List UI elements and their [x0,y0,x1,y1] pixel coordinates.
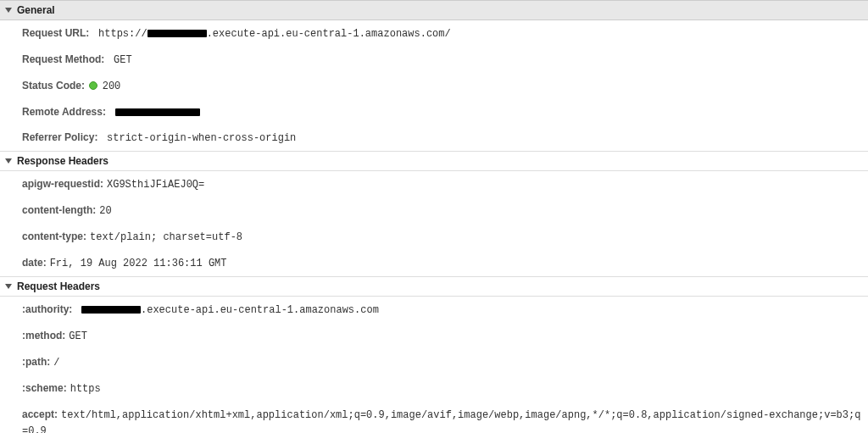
section-title: Response Headers [17,155,108,167]
label-authority: :authority: [22,303,72,315]
section-title: General [17,4,55,16]
value-authority-suffix: .execute-api.eu-central-1.amazonaws.com [141,304,379,316]
row-request-url: Request URL: https://.execute-api.eu-cen… [0,20,868,47]
value-request-url-suffix: .execute-api.eu-central-1.amazonaws.com/ [207,28,451,40]
section-header-response[interactable]: Response Headers [0,151,868,171]
section-title: Request Headers [17,280,100,292]
row-remote-address: Remote Address: [0,99,868,125]
label-status-code: Status Code: [22,80,85,92]
redacted-authority [81,306,141,314]
header-label: date: [22,257,47,269]
header-label: content-type: [22,230,86,242]
status-dot-icon [89,81,97,90]
value-request-url-prefix: https:// [98,28,147,40]
label-request-method: Request Method: [22,53,104,65]
header-value: text/plain; charset=utf-8 [90,231,242,243]
header-label: accept: [22,408,58,420]
header-value: / [53,357,59,369]
label-referrer-policy: Referrer Policy: [22,131,97,143]
row-status-code: Status Code: 200 [0,73,868,99]
header-value: https [70,383,101,395]
header-row: :scheme:https [0,375,868,402]
header-label: :method: [22,330,65,341]
section-header-request[interactable]: Request Headers [0,276,868,297]
redacted-remote-address [115,108,200,116]
row-referrer-policy: Referrer Policy: strict-origin-when-cros… [0,125,868,151]
row-authority: :authority: .execute-api.eu-central-1.am… [0,297,868,323]
value-status-code: 200 [103,80,121,92]
value-request-method: GET [114,54,132,66]
header-value: XG9SthiJFiAEJ0Q= [107,179,204,191]
row-request-method: Request Method: GET [0,47,868,73]
header-label: :path: [22,356,50,368]
section-header-general[interactable]: General [0,0,868,20]
disclosure-icon [5,8,12,13]
header-label: :scheme: [22,382,67,394]
header-value: Fri, 19 Aug 2022 11:36:11 GMT [50,258,227,269]
header-row: content-type:text/plain; charset=utf-8 [0,224,868,250]
header-label: content-length: [22,204,96,216]
disclosure-icon [5,158,12,164]
label-request-url: Request URL: [22,27,89,39]
disclosure-icon [5,284,12,289]
header-row: :method:GET [0,323,868,349]
header-value: 20 [99,205,111,217]
header-row: accept:text/html,application/xhtml+xml,a… [0,402,868,433]
value-referrer-policy: strict-origin-when-cross-origin [107,132,296,144]
header-row: content-length:20 [0,197,868,224]
header-value: text/html,application/xhtml+xml,applicat… [22,409,860,433]
header-row: date:Fri, 19 Aug 2022 11:36:11 GMT [0,250,868,276]
header-row: apigw-requestid:XG9SthiJFiAEJ0Q= [0,171,868,197]
header-label: apigw-requestid: [22,178,103,190]
header-row: :path:/ [0,349,868,375]
header-value: GET [69,330,87,342]
label-remote-address: Remote Address: [22,106,106,118]
redacted-host [147,30,207,37]
